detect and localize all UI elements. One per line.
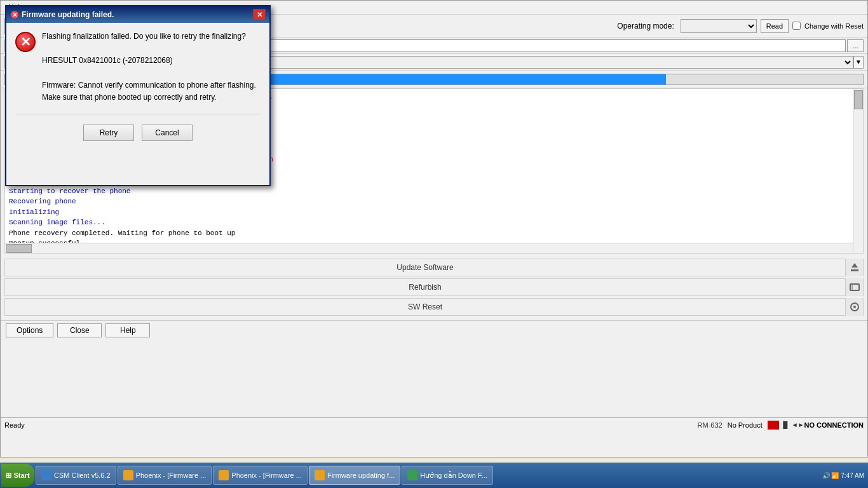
start-button[interactable]: ⊞ Start [1,464,34,487]
dialog-close-button[interactable]: ✕ [253,9,266,20]
svg-text:✕: ✕ [12,11,17,18]
taskbar-item-phoenix2-label: Phoenix - [Firmware ... [231,471,302,479]
dialog-title-text: Firmware updating failed. [22,10,114,19]
retry-button[interactable]: Retry [83,125,134,141]
dialog-overlay: ✕ Firmware updating failed. ✕ ✕ Flashing… [0,0,868,458]
dialog-titlebar: ✕ Firmware updating failed. ✕ [6,6,269,23]
cancel-button[interactable]: Cancel [142,125,193,141]
taskbar-item-phoenix2[interactable]: Phoenix - [Firmware ... [213,466,308,485]
dialog-message-line1: Flashing finalization failed. Do you lik… [42,30,261,43]
taskbar-item-csm[interactable]: CSM Client v5.6.2 [36,466,116,485]
sys-tray: 🔊 📶 7:47 AM [820,472,867,479]
guide-taskbar-icon [407,470,417,480]
taskbar-items: CSM Client v5.6.2 Phoenix - [Firmware ..… [36,466,820,485]
dialog-content: ✕ Flashing finalization failed. Do you l… [6,23,269,111]
dialog-title-content: ✕ Firmware updating failed. [10,10,114,19]
error-icon-container: ✕ [15,32,36,52]
taskbar-item-csm-label: CSM Client v5.6.2 [54,471,111,479]
dialog-buttons: Retry Cancel [6,117,269,150]
phoenix2-taskbar-icon [219,470,229,480]
sys-tray-icons: 🔊 📶 [822,472,839,479]
taskbar-item-firmware[interactable]: Firmware updating f... [309,466,400,485]
csm-taskbar-icon [41,470,51,480]
dialog-message-line3: Firmware: Cannot verify communication to… [42,79,261,104]
error-dialog: ✕ Firmware updating failed. ✕ ✕ Flashing… [5,5,271,186]
start-label: ⊞ Start [6,471,29,480]
dialog-separator [15,114,261,114]
dialog-message-line2: HRESULT 0x8421001c (-2078212068) [42,55,261,67]
taskbar-item-guide[interactable]: Hướng dẫn Down F... [402,466,492,485]
taskbar-item-phoenix1[interactable]: Phoenix - [Firmware ... [118,466,212,485]
dialog-message: Flashing finalization failed. Do you lik… [42,30,261,104]
phoenix1-taskbar-icon [123,470,133,480]
taskbar-clock: 7:47 AM [841,472,864,479]
taskbar-item-phoenix1-label: Phoenix - [Firmware ... [136,471,207,479]
error-icon-circle: ✕ [15,32,36,52]
taskbar-item-firmware-label: Firmware updating f... [327,471,395,479]
taskbar-item-guide-label: Hướng dẫn Down F... [420,471,487,480]
firmware-taskbar-icon [315,470,325,480]
taskbar: ⊞ Start CSM Client v5.6.2 Phoenix - [Fir… [0,463,868,488]
dialog-title-icon: ✕ [10,10,19,19]
